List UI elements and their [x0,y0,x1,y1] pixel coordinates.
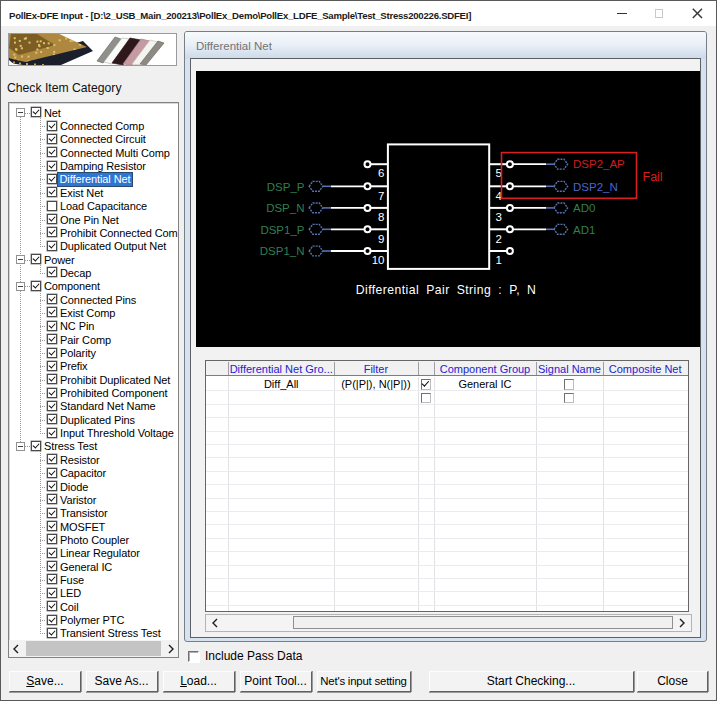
svg-text:Differential Pair String : P,: Differential Pair String : P, N [356,283,537,297]
svg-text:3: 3 [496,211,502,223]
svg-text:AD1: AD1 [573,224,595,236]
svg-text:DSP2_AP: DSP2_AP [573,158,625,170]
svg-text:1: 1 [496,254,502,266]
svg-text:7: 7 [378,190,384,202]
svg-text:10: 10 [372,254,385,266]
svg-text:2: 2 [496,233,502,245]
svg-text:DSP2_N: DSP2_N [573,181,618,193]
svg-text:9: 9 [378,233,384,245]
svg-text:DSP_N: DSP_N [266,202,304,214]
svg-text:DSP1_P: DSP1_P [260,224,304,236]
svg-text:AD0: AD0 [573,202,595,214]
svg-text:DSP1_N: DSP1_N [260,245,305,257]
svg-text:6: 6 [378,167,384,179]
svg-text:8: 8 [378,211,384,223]
svg-text:DSP_P: DSP_P [267,181,305,193]
svg-text:Fail: Fail [643,170,663,184]
